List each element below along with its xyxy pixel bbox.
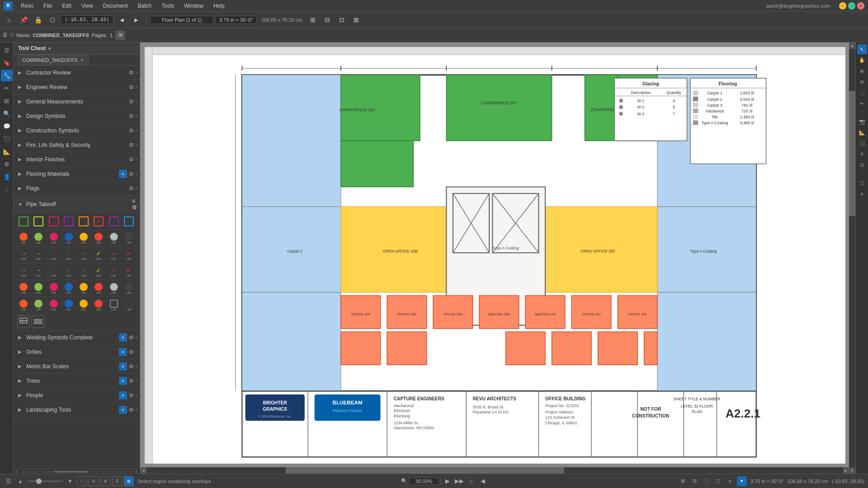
swatch-item[interactable]: LNF <box>108 299 120 311</box>
swatch-item[interactable] <box>108 215 120 228</box>
canvas-vertical-scrollbar[interactable]: ▲ ▼ <box>849 42 855 474</box>
gen-meas-gear-icon[interactable]: ⚙ <box>129 99 134 105</box>
scroll-right-btn[interactable]: ► <box>843 467 849 474</box>
tc-item-design-symbols[interactable]: ▶ Design Symbols ⚙ › <box>14 109 140 123</box>
rail-icon-markups[interactable]: ⬛ <box>1 133 13 145</box>
fire-gear-icon[interactable]: ⚙ <box>129 142 134 148</box>
toolbar-fit-btn[interactable]: ⊠ <box>350 14 363 26</box>
swatch-item[interactable]: LNF <box>32 232 45 244</box>
tc-item-welding-symbols[interactable]: ▶ Welding Symbols Complete ≡ ⚙ › <box>14 330 140 345</box>
right-icon-pan[interactable]: ✋ <box>857 55 867 65</box>
swatch-item[interactable]: LNF <box>92 232 105 244</box>
swatch-item[interactable]: LNF <box>77 299 90 311</box>
scroll-down-btn[interactable]: ▼ <box>849 467 855 474</box>
scroll-thumb-h[interactable] <box>286 467 564 474</box>
panel-tab-combined[interactable]: COMBINED_TAKEOFFS × <box>17 55 89 65</box>
rail-icon-measurements[interactable]: 📐 <box>1 145 13 157</box>
panel-tab-close[interactable]: × <box>80 57 84 63</box>
swatch-item[interactable]: LNF <box>123 299 135 311</box>
rows-btn[interactable]: ☰ <box>112 476 122 486</box>
tc-pipe-takeoff-header[interactable]: ▼ Pipe Takeoff ≡ ⚙ <box>14 196 140 213</box>
scroll-track[interactable] <box>20 471 133 473</box>
welding-gear-icon[interactable]: ⚙ <box>129 334 134 341</box>
rail-icon-more[interactable]: ⋮ <box>1 183 13 195</box>
landscaping-gear-icon[interactable]: ⚙ <box>129 407 134 413</box>
canvas-horizontal-scrollbar[interactable]: ◄ ► <box>140 467 849 474</box>
forward-btn[interactable]: ▶▶ <box>454 476 464 486</box>
swatch-item[interactable]: ✓ LNF <box>62 265 75 278</box>
tc-item-interior-finishes[interactable]: ▶ Interior Finishes ⚙ › <box>14 152 140 167</box>
swatch-item[interactable]: → LNF <box>17 249 30 261</box>
swatch-item[interactable]: ✓ LNF <box>62 249 75 261</box>
right-icon-pointer[interactable]: ↖ <box>857 44 867 54</box>
swatch-item[interactable]: LNF <box>108 232 120 244</box>
contractor-gear-icon[interactable]: ⚙ <box>129 70 134 76</box>
scroll-thumb[interactable] <box>54 471 88 473</box>
swatch-item[interactable]: → LNF <box>108 249 120 261</box>
triangle-up-btn[interactable]: ▲ <box>15 476 25 486</box>
list-view-btn[interactable]: ☰ <box>4 476 14 486</box>
swatch-item[interactable]: LNF <box>92 282 105 295</box>
toolbar-view-btn[interactable]: ⊡ <box>335 14 348 26</box>
swatch-list[interactable] <box>32 315 44 328</box>
rail-icon-search[interactable]: 🔍 <box>1 108 13 119</box>
scroll-left-icon[interactable] <box>15 470 18 473</box>
swatch-item[interactable]: LNF <box>92 299 105 311</box>
tc-item-metric-bar-scales[interactable]: ▶ Metric Bar Scales ≡ ⚙ › <box>14 359 140 374</box>
tc-item-flooring-materials[interactable]: ▶ Flooring Materials ≡ ⚙ › <box>14 167 140 181</box>
swatch-item[interactable] <box>77 215 90 228</box>
right-icon-count[interactable]: # <box>857 149 867 159</box>
tc-item-construction-symbols[interactable]: ▶ Construction Symbols ⚙ › <box>14 123 140 138</box>
blueprint-drawing[interactable]: CONFERENCE 20C CONFERENCE 20T CONFERENCE… <box>153 55 845 464</box>
cols-btn[interactable]: ⊞ <box>100 476 110 486</box>
swatch-item[interactable]: → LNF <box>17 265 30 278</box>
grid-view-icon[interactable]: ⊞ <box>678 476 688 486</box>
menu-revu[interactable]: Revu <box>16 2 38 10</box>
minimize-button[interactable]: − <box>839 2 846 9</box>
scroll-track-h[interactable] <box>146 467 843 474</box>
menu-edit[interactable]: Edit <box>57 2 76 10</box>
interior-gear-icon[interactable]: ⚙ <box>129 156 134 163</box>
const-sym-gear-icon[interactable]: ⚙ <box>129 127 134 134</box>
rail-icon-properties[interactable]: ⚙ <box>1 158 13 170</box>
split-btn[interactable]: ⊟ <box>89 476 99 486</box>
swatch-item[interactable] <box>123 215 135 228</box>
tc-item-general-measurements[interactable]: ▶ General Measurements ⚙ › <box>14 94 140 109</box>
toolbar-grid-btn[interactable]: ⊟ <box>321 14 334 26</box>
blueprint-container[interactable]: CONFERENCE 20C CONFERENCE 20T CONFERENCE… <box>145 47 845 464</box>
tc-item-grilles[interactable]: ▶ Grilles ≡ ⚙ › <box>14 345 140 359</box>
trees-gear-icon[interactable]: ⚙ <box>129 378 134 384</box>
swatch-item[interactable]: LNF <box>77 282 90 295</box>
tc-item-people[interactable]: ▶ People ≡ ⚙ › <box>14 388 140 403</box>
engineer-gear-icon[interactable]: ⚙ <box>129 84 134 90</box>
tc-item-trees[interactable]: ▶ Trees ≡ ⚙ › <box>14 374 140 388</box>
right-icon-zoom-out[interactable]: ⊖ <box>857 77 867 87</box>
scroll-track-v[interactable] <box>849 49 855 467</box>
right-icon-calibrate[interactable]: ⊡ <box>857 160 867 170</box>
tc-item-contractor-review[interactable]: ▶ Contractor Review ⚙ › <box>14 66 140 80</box>
design-sym-gear-icon[interactable]: ⚙ <box>129 113 134 119</box>
active-tool-btn[interactable]: ⊠ <box>124 476 134 486</box>
right-icon-snapshot[interactable]: 📷 <box>857 117 867 127</box>
scroll-up-btn[interactable]: ▲ <box>849 42 855 49</box>
swatch-item[interactable]: ✓ LNF <box>123 265 135 278</box>
metric-gear-icon[interactable]: ⚙ <box>129 363 134 370</box>
toolbar-arrow-right[interactable]: ► <box>130 14 142 26</box>
menu-window[interactable]: Window <box>179 2 208 10</box>
swatch-item[interactable]: → LNF <box>47 249 60 261</box>
menu-document[interactable]: Document <box>99 2 132 10</box>
swatch-item[interactable]: LNF <box>62 299 75 311</box>
flags-gear-icon[interactable]: ⚙ <box>129 185 134 192</box>
rail-icon-toolchest[interactable]: 🔧 <box>1 70 13 81</box>
page-selector[interactable]: Floor Plan (1 of 1) <box>150 16 213 24</box>
rect-btn[interactable]: □ <box>77 476 87 486</box>
swatch-item[interactable]: LNF <box>108 282 120 295</box>
right-icon-marquee[interactable]: ⬚ <box>857 88 867 98</box>
tc-item-flags[interactable]: ▶ Flags ⚙ › <box>14 181 140 196</box>
swatch-item[interactable]: LNF <box>62 282 75 295</box>
swatch-item[interactable]: → LNF <box>77 249 90 261</box>
swatch-table[interactable] <box>17 315 30 328</box>
scroll-thumb-v[interactable] <box>849 91 855 216</box>
rail-icon-users[interactable]: 👤 <box>1 171 13 183</box>
swatch-item[interactable] <box>47 215 60 228</box>
